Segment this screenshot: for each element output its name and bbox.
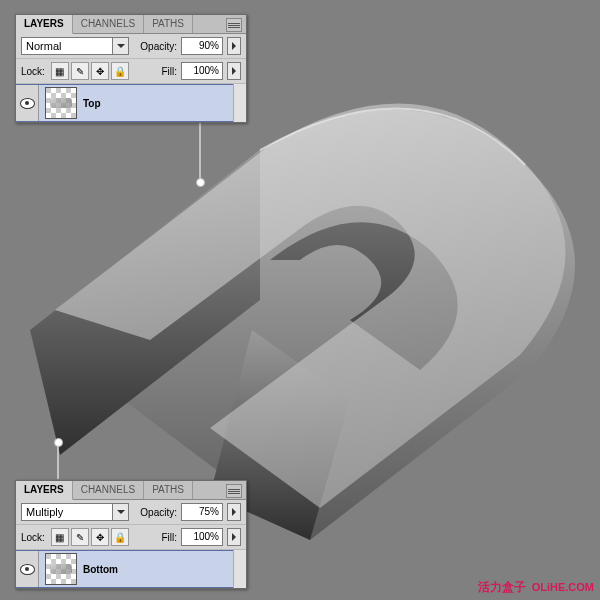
opacity-flyout-button[interactable] [227,503,241,521]
layer-list: Top [16,84,246,122]
layer-thumbnail[interactable] [45,87,77,119]
tab-channels[interactable]: CHANNELS [73,481,144,499]
tab-layers[interactable]: LAYERS [16,15,73,34]
lock-transparency-icon[interactable]: ▦ [51,62,69,80]
lock-pixels-icon[interactable]: ✎ [71,528,89,546]
layer-name[interactable]: Top [83,98,101,109]
opacity-input[interactable]: 90% [181,37,223,55]
lock-all-icon[interactable]: 🔒 [111,528,129,546]
lock-position-icon[interactable]: ✥ [91,62,109,80]
layers-panel-bottom: LAYERS CHANNELS PATHS Multiply Opacity: … [15,480,247,589]
watermark: 活力盒子 OLiHE.COM [478,579,594,596]
fill-input[interactable]: 100% [181,528,223,546]
opacity-input[interactable]: 75% [181,503,223,521]
chevron-down-icon [112,504,128,520]
visibility-toggle[interactable] [16,551,39,587]
fill-label: Fill: [161,66,177,77]
layer-row[interactable]: Bottom [16,550,246,588]
lock-transparency-icon[interactable]: ▦ [51,528,69,546]
tab-layers[interactable]: LAYERS [16,481,73,500]
fill-input[interactable]: 100% [181,62,223,80]
blend-mode-value: Multiply [26,506,63,518]
lock-all-icon[interactable]: 🔒 [111,62,129,80]
blend-mode-select[interactable]: Multiply [21,503,129,521]
layer-row[interactable]: Top [16,84,246,122]
chevron-down-icon [112,38,128,54]
layers-panel-top: LAYERS CHANNELS PATHS Normal Opacity: 90… [15,14,247,123]
scrollbar[interactable] [233,550,246,588]
opacity-label: Opacity: [140,507,177,518]
eye-icon [20,564,35,575]
watermark-cn: 活力盒子 [478,579,526,596]
lock-position-icon[interactable]: ✥ [91,528,109,546]
panel-menu-icon[interactable] [226,18,242,32]
blend-mode-value: Normal [26,40,61,52]
tab-paths[interactable]: PATHS [144,481,193,499]
fill-flyout-button[interactable] [227,62,241,80]
fill-flyout-button[interactable] [227,528,241,546]
layer-name[interactable]: Bottom [83,564,118,575]
eye-icon [20,98,35,109]
tab-paths[interactable]: PATHS [144,15,193,33]
layer-thumbnail[interactable] [45,553,77,585]
blend-mode-select[interactable]: Normal [21,37,129,55]
visibility-toggle[interactable] [16,85,39,121]
scrollbar[interactable] [233,84,246,122]
lock-label: Lock: [21,532,45,543]
panel-menu-icon[interactable] [226,484,242,498]
layer-list: Bottom [16,550,246,588]
tab-channels[interactable]: CHANNELS [73,15,144,33]
lock-pixels-icon[interactable]: ✎ [71,62,89,80]
watermark-en: OLiHE.COM [532,581,594,593]
opacity-flyout-button[interactable] [227,37,241,55]
lock-label: Lock: [21,66,45,77]
opacity-label: Opacity: [140,41,177,52]
fill-label: Fill: [161,532,177,543]
